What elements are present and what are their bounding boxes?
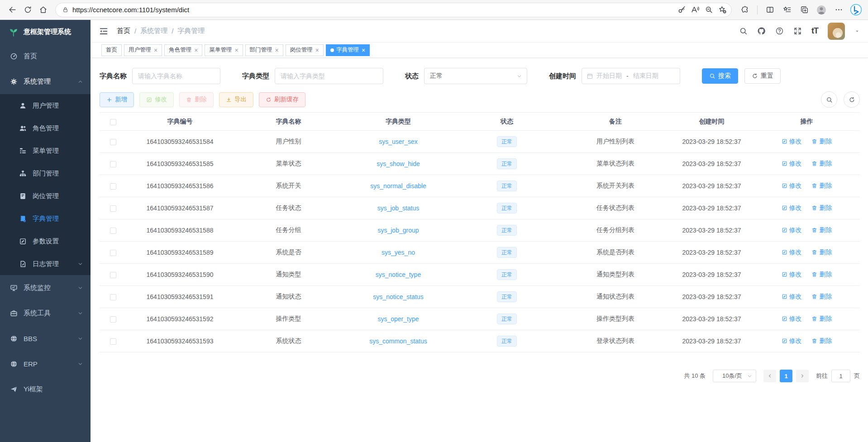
tab[interactable]: 部门管理 × bbox=[245, 44, 283, 56]
row-edit-button[interactable]: 修改 bbox=[782, 138, 802, 146]
row-edit-button[interactable]: 修改 bbox=[782, 271, 802, 279]
sidebar-item[interactable]: 用户管理 bbox=[0, 94, 91, 117]
dict-type-link[interactable]: sys_yes_no bbox=[382, 249, 415, 256]
add-favorite-icon[interactable] bbox=[716, 4, 729, 16]
dict-type-link[interactable]: sys_job_status bbox=[377, 204, 420, 212]
refresh-table-button[interactable] bbox=[844, 91, 860, 108]
tab-close-icon[interactable]: × bbox=[362, 47, 365, 53]
row-delete-button[interactable]: 删除 bbox=[811, 293, 832, 301]
more-menu-icon[interactable] bbox=[831, 2, 846, 18]
row-checkbox[interactable] bbox=[110, 228, 116, 234]
row-delete-button[interactable]: 删除 bbox=[811, 226, 832, 234]
fullscreen-icon[interactable] bbox=[793, 27, 802, 35]
show-search-button[interactable] bbox=[821, 91, 837, 108]
row-delete-button[interactable]: 删除 bbox=[811, 271, 832, 279]
row-edit-button[interactable]: 修改 bbox=[782, 160, 802, 168]
split-screen-icon[interactable] bbox=[762, 2, 777, 18]
toolbar-button[interactable]: 刷新缓存 bbox=[259, 92, 305, 107]
row-delete-button[interactable]: 删除 bbox=[811, 160, 832, 168]
next-page-button[interactable] bbox=[796, 370, 809, 382]
sidebar-item[interactable]: Yi框架 bbox=[0, 376, 91, 402]
sidebar-toggle-icon[interactable] bbox=[99, 26, 109, 36]
tab[interactable]: 岗位管理 × bbox=[286, 44, 324, 56]
font-size-icon[interactable]: tT bbox=[811, 26, 818, 36]
reset-button[interactable]: 重置 bbox=[744, 68, 781, 84]
row-edit-button[interactable]: 修改 bbox=[782, 337, 802, 345]
row-edit-button[interactable]: 修改 bbox=[782, 226, 802, 234]
favorites-icon[interactable] bbox=[779, 2, 795, 18]
row-edit-button[interactable]: 修改 bbox=[782, 182, 802, 190]
row-edit-button[interactable]: 修改 bbox=[782, 248, 802, 257]
row-checkbox[interactable] bbox=[110, 338, 116, 345]
goto-page-input[interactable] bbox=[831, 370, 850, 382]
github-icon[interactable] bbox=[757, 27, 766, 35]
sidebar-item[interactable]: ERP bbox=[0, 351, 91, 376]
tab[interactable]: 首页 bbox=[101, 44, 122, 56]
sidebar-item[interactable]: 首页 bbox=[0, 43, 91, 69]
row-delete-button[interactable]: 删除 bbox=[811, 337, 832, 345]
tab-close-icon[interactable]: × bbox=[275, 47, 279, 53]
dict-type-link[interactable]: sys_normal_disable bbox=[370, 182, 426, 190]
tab[interactable]: 字典管理 × bbox=[326, 44, 370, 56]
read-aloud-icon[interactable] bbox=[689, 4, 701, 16]
tab-close-icon[interactable]: × bbox=[154, 47, 157, 53]
sidebar-item[interactable]: 日志管理 bbox=[0, 252, 91, 275]
row-delete-button[interactable]: 删除 bbox=[811, 182, 832, 190]
toolbar-button[interactable]: 删除 bbox=[179, 92, 214, 107]
collections-icon[interactable] bbox=[796, 2, 812, 18]
row-delete-button[interactable]: 删除 bbox=[811, 204, 832, 212]
sidebar-item[interactable]: 系统工具 bbox=[0, 300, 91, 326]
tab[interactable]: 角色管理 × bbox=[164, 44, 202, 56]
sidebar-item[interactable]: 系统监控 bbox=[0, 275, 91, 300]
sidebar-item[interactable]: 部门管理 bbox=[0, 162, 91, 185]
toolbar-button[interactable]: 修改 bbox=[139, 92, 174, 107]
row-checkbox[interactable] bbox=[110, 183, 116, 190]
zoom-out-icon[interactable] bbox=[702, 4, 715, 16]
sidebar-item[interactable]: 参数设置 bbox=[0, 230, 91, 252]
date-range-picker[interactable]: 开始日期 - 结束日期 bbox=[582, 68, 680, 84]
dict-type-link[interactable]: sys_user_sex bbox=[379, 138, 418, 145]
row-checkbox[interactable] bbox=[110, 250, 116, 256]
url-text[interactable]: https://ccnetcore.com:1101/system/dict bbox=[72, 6, 675, 14]
address-bar[interactable]: https://ccnetcore.com:1101/system/dict bbox=[55, 3, 732, 17]
row-checkbox[interactable] bbox=[110, 161, 116, 167]
select-all-checkbox[interactable] bbox=[110, 119, 116, 125]
dict-type-link[interactable]: sys_job_group bbox=[377, 227, 419, 234]
breadcrumb-item[interactable]: 首页 bbox=[117, 27, 130, 35]
row-edit-button[interactable]: 修改 bbox=[782, 204, 802, 212]
tab[interactable]: 菜单管理 × bbox=[205, 44, 243, 56]
tab-close-icon[interactable]: × bbox=[234, 47, 238, 53]
row-delete-button[interactable]: 删除 bbox=[811, 315, 832, 323]
current-page[interactable]: 1 bbox=[780, 370, 792, 382]
row-checkbox[interactable] bbox=[110, 316, 116, 323]
row-checkbox[interactable] bbox=[110, 294, 116, 300]
search-button[interactable]: 搜索 bbox=[702, 68, 738, 84]
tab-close-icon[interactable]: × bbox=[194, 47, 198, 53]
password-key-icon[interactable] bbox=[675, 4, 688, 16]
sidebar-item[interactable]: 角色管理 bbox=[0, 117, 91, 139]
extensions-icon[interactable] bbox=[737, 2, 753, 18]
sidebar-item[interactable]: 岗位管理 bbox=[0, 185, 91, 207]
bing-chat-icon[interactable] bbox=[848, 2, 863, 18]
row-delete-button[interactable]: 删除 bbox=[811, 248, 832, 257]
row-edit-button[interactable]: 修改 bbox=[782, 315, 802, 323]
breadcrumb-item[interactable]: / 系统管理 bbox=[130, 27, 167, 35]
dict-name-input[interactable] bbox=[132, 68, 220, 84]
tab[interactable]: 用户管理 × bbox=[124, 44, 162, 56]
browser-profile-icon[interactable] bbox=[814, 2, 829, 18]
avatar-caret-icon[interactable] bbox=[854, 29, 860, 34]
user-avatar[interactable] bbox=[828, 23, 845, 40]
row-checkbox[interactable] bbox=[110, 272, 116, 278]
sidebar-item[interactable]: BBS bbox=[0, 326, 91, 351]
breadcrumb-item[interactable]: / 字典管理 bbox=[167, 27, 205, 35]
dict-type-link[interactable]: sys_show_hide bbox=[377, 160, 420, 167]
browser-home-icon[interactable] bbox=[35, 2, 51, 18]
page-size-select[interactable]: 10条/页 bbox=[713, 370, 756, 382]
dict-type-link[interactable]: sys_common_status bbox=[369, 337, 427, 345]
dict-type-link[interactable]: sys_notice_type bbox=[376, 271, 421, 278]
help-icon[interactable] bbox=[775, 27, 784, 35]
sidebar-item[interactable]: 系统管理 bbox=[0, 69, 91, 94]
header-search-icon[interactable] bbox=[739, 27, 748, 35]
row-delete-button[interactable]: 删除 bbox=[811, 138, 832, 146]
tab-close-icon[interactable]: × bbox=[315, 47, 319, 53]
